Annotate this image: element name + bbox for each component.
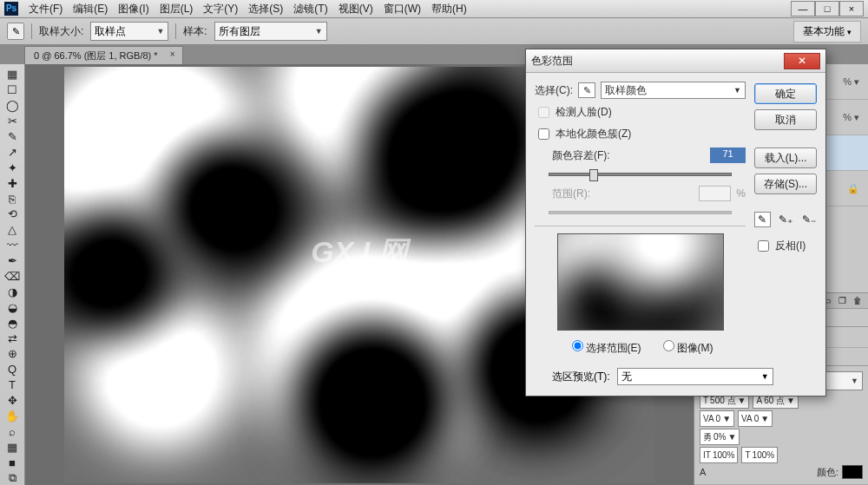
app-logo: Ps (4, 2, 18, 16)
tool-swatch[interactable]: ■ (3, 456, 22, 469)
tool-zoom[interactable]: ⌕ (3, 424, 22, 438)
tool-blur[interactable]: ✒ (3, 254, 22, 268)
sample-source-value: 所有图层 (219, 24, 260, 39)
tool-pen[interactable]: ◑ (3, 285, 22, 298)
selection-preview-label: 选区预览(T): (552, 370, 610, 384)
color-label: 颜色: (817, 466, 838, 479)
checkbox[interactable] (758, 240, 769, 252)
tool-palette: ▦ ☐ ◯ ✂ ✎ ↗ ✦ ✚ ⎘ ⟲ △ 〰 ✒ ⌫ ◑ ◒ ◓ ⇄ ⊕ Q … (0, 64, 25, 485)
tool-eyedropper[interactable]: ✎ (3, 130, 22, 144)
tsume-input[interactable]: 勇0%▼ (700, 429, 740, 445)
tool-history[interactable]: ⟲ (3, 207, 22, 221)
options-bar: ✎ 取样大小: 取样点▼ 样本: 所有图层▼ 基本功能 ▾ (0, 18, 868, 45)
sample-source-select[interactable]: 所有图层▼ (214, 22, 327, 41)
preview-thumbnail[interactable] (557, 233, 724, 331)
cancel-button[interactable]: 取消 (754, 109, 817, 130)
workspace-switcher[interactable]: 基本功能 ▾ (793, 21, 861, 43)
tool-marquee[interactable]: ☐ (3, 83, 22, 97)
chevron-down-icon: ▼ (761, 372, 769, 381)
tool-swap[interactable]: ⇄ (3, 331, 22, 345)
range-input (699, 186, 731, 201)
menu-type[interactable]: 文字(Y) (198, 0, 243, 18)
menu-select[interactable]: 选择(S) (243, 0, 288, 18)
color-swatch[interactable] (842, 465, 863, 479)
select-mode-value: 取样颜色 (605, 83, 647, 98)
fuzziness-input[interactable]: 71 (710, 147, 746, 163)
new-icon[interactable]: ❐ (835, 295, 849, 307)
radio[interactable] (572, 340, 583, 351)
chevron-down-icon: ▾ (847, 28, 852, 36)
tracking-input[interactable]: VA0▼ (700, 410, 734, 427)
minimize-button[interactable]: — (791, 1, 815, 16)
selection-preview-select[interactable]: 无▼ (617, 368, 773, 385)
tool-lasso[interactable]: ◯ (3, 99, 22, 113)
tool-quickmask[interactable]: Q (3, 363, 22, 377)
hscale-input[interactable]: T100% (741, 447, 778, 463)
tool-mask[interactable]: ⧉ (3, 471, 22, 485)
eyedropper-icon[interactable]: ✎ (754, 212, 771, 227)
sample-size-select[interactable]: 取样点▼ (90, 22, 168, 41)
tool-wand[interactable]: ↗ (3, 145, 22, 159)
radio[interactable] (663, 340, 674, 351)
tool-screens[interactable]: ▦ (3, 440, 22, 454)
menu-help[interactable]: 帮助(H) (426, 0, 472, 18)
slider-thumb[interactable] (589, 169, 598, 181)
tool-type[interactable]: T (3, 378, 22, 392)
preview-mode-radios: 选择范围(E) 图像(M) (535, 336, 746, 356)
invert-label: 反相(I) (775, 239, 806, 253)
range-slider (535, 206, 746, 219)
menu-image[interactable]: 图像(I) (113, 0, 154, 18)
load-button[interactable]: 载入(L)... (754, 147, 817, 168)
tool-stamp[interactable]: ⎘ (3, 192, 22, 206)
tool-eraser[interactable]: △ (3, 223, 22, 237)
dialog-footer: 选区预览(T): 无▼ (526, 361, 825, 396)
sample-source-label: 样本: (183, 24, 207, 39)
tool-direct[interactable]: ✥ (3, 394, 22, 408)
fuzziness-slider[interactable] (535, 168, 746, 180)
radio-image[interactable]: 图像(M) (659, 338, 713, 356)
radio-selection[interactable]: 选择范围(E) (568, 338, 641, 356)
maximize-button[interactable]: □ (815, 1, 839, 16)
tool-move[interactable]: ▦ (3, 68, 22, 82)
color-range-dialog: 色彩范围 ✕ 选择(C): ✎ 取样颜色▼ 检测人脸(D) 本地化颜色簇(Z) … (525, 49, 826, 397)
tool-crop[interactable]: ✂ (3, 115, 22, 128)
invert-checkbox[interactable]: 反相(I) (754, 238, 817, 254)
workspace-label: 基本功能 (803, 25, 845, 37)
radio-sel-label: 选择范围(E) (586, 342, 641, 354)
dialog-titlebar[interactable]: 色彩范围 ✕ (526, 49, 825, 73)
tool-heal[interactable]: ✦ (3, 161, 22, 174)
tool-shape[interactable]: ◓ (3, 316, 22, 330)
document-tab[interactable]: 0 @ 66.7% (图层 1, RGB/8) * × (24, 46, 183, 64)
tool-gradient[interactable]: 〰 (3, 239, 22, 252)
chevron-down-icon: ▼ (733, 86, 741, 95)
menubar: Ps 文件(F) 编辑(E) 图像(I) 图层(L) 文字(Y) 选择(S) 滤… (0, 0, 868, 18)
checkbox[interactable] (538, 128, 549, 140)
vscale-icon: IT (703, 450, 711, 460)
chevron-down-icon: ▼ (722, 414, 731, 423)
menu-window[interactable]: 窗口(W) (378, 0, 426, 18)
dialog-close-button[interactable]: ✕ (784, 53, 820, 69)
eyedropper-icon[interactable]: ✎ (7, 23, 24, 40)
menu-file[interactable]: 文件(F) (23, 0, 68, 18)
menu-edit[interactable]: 编辑(E) (68, 0, 113, 18)
select-mode-select[interactable]: 取样颜色▼ (601, 82, 746, 99)
vscale-input[interactable]: IT100% (700, 447, 738, 463)
tool-hand[interactable]: ✋ (3, 410, 22, 423)
tool-path[interactable]: ◒ (3, 300, 22, 314)
kerning-input[interactable]: VA0▼ (738, 410, 773, 427)
menu-view[interactable]: 视图(V) (333, 0, 378, 18)
tool-dodge[interactable]: ⌫ (3, 270, 22, 284)
menu-layer[interactable]: 图层(L) (155, 0, 199, 18)
tool-zoom-alt[interactable]: ⊕ (3, 347, 22, 361)
tracking-value: 0 (716, 414, 721, 423)
save-button[interactable]: 存储(S)... (754, 174, 817, 194)
tool-brush[interactable]: ✚ (3, 176, 22, 190)
trash-icon[interactable]: 🗑 (851, 295, 865, 307)
eyedropper-plus-icon[interactable]: ✎₊ (778, 212, 794, 227)
eyedropper-minus-icon[interactable]: ✎₋ (800, 212, 817, 227)
close-tab-icon[interactable]: × (170, 49, 175, 59)
ok-button[interactable]: 确定 (754, 83, 817, 104)
localized-checkbox[interactable]: 本地化颜色簇(Z) (535, 126, 746, 142)
close-button[interactable]: × (839, 1, 864, 16)
menu-filter[interactable]: 滤镜(T) (288, 0, 332, 18)
